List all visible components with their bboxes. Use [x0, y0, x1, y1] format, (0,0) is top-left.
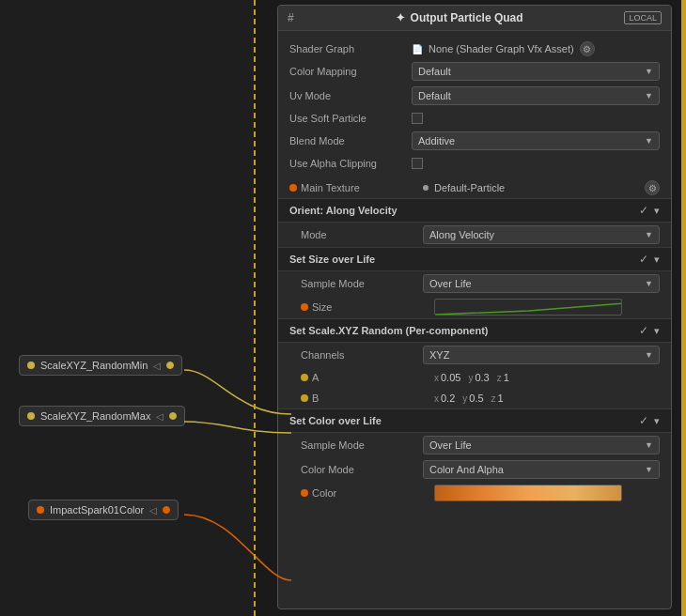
node-scalexyz-randommax[interactable]: ScaleXYZ_RandomMax ◁	[19, 406, 185, 426]
node-output-port[interactable]	[169, 412, 177, 420]
orange-dot-icon	[301, 489, 308, 497]
shader-row: 📄 None (Shader Graph Vfx Asset) ⚙	[412, 41, 595, 56]
scale-section-header[interactable]: Set Scale.XYZ Random (Per-component) ✓ ▾	[278, 318, 671, 343]
node-dot	[27, 412, 35, 420]
channels-label: Channels	[301, 349, 423, 361]
blend-mode-dropdown[interactable]: Additive ▼	[412, 131, 660, 150]
scale-section-title: Set Scale.XYZ Random (Per-component)	[289, 325, 488, 336]
uv-mode-label: Uv Mode	[289, 90, 412, 101]
hash-icon: #	[288, 11, 294, 24]
blend-mode-value-area: Additive ▼	[412, 131, 660, 150]
color-sample-mode-dropdown[interactable]: Over Life ▼	[423, 436, 660, 454]
chevron-down-icon: ▾	[654, 415, 660, 427]
orient-section-header[interactable]: Orient: Along Velocity ✓ ▾	[278, 198, 671, 223]
color-gradient-widget[interactable]	[434, 485, 622, 501]
node-output-port[interactable]	[166, 362, 174, 369]
shader-graph-label: Shader Graph	[289, 43, 412, 54]
size-sample-mode-label: Sample Mode	[301, 278, 423, 289]
color-mode-option: Color And Alpha	[429, 464, 504, 475]
use-alpha-clipping-row: Use Alpha Clipping	[278, 153, 671, 174]
size-section-title: Set Size over Life	[289, 254, 375, 265]
color-section-header[interactable]: Set Color over Life ✓ ▾	[278, 408, 671, 433]
blend-mode-label: Blend Mode	[289, 135, 412, 146]
scale-b-label: B	[312, 393, 434, 404]
z-axis-label: z	[491, 393, 496, 404]
orient-mode-value-area: Along Velocity ▼	[423, 225, 660, 244]
texture-gear-button[interactable]: ⚙	[645, 180, 660, 195]
orient-mode-dropdown[interactable]: Along Velocity ▼	[423, 225, 660, 244]
color-mapping-value-area: Default ▼	[412, 62, 660, 81]
z-axis-label: z	[497, 373, 502, 383]
uv-mode-row: Uv Mode Default ▼	[278, 84, 671, 108]
color-mode-label: Color Mode	[301, 464, 423, 475]
node-dot	[27, 362, 35, 369]
panel-content: Shader Graph 📄 None (Shader Graph Vfx As…	[278, 31, 671, 604]
scale-b-y-value[interactable]: 0.5	[469, 393, 483, 404]
yellow-dot-icon	[301, 394, 308, 402]
shader-graph-row: Shader Graph 📄 None (Shader Graph Vfx As…	[278, 38, 671, 59]
color-mode-value-area: Color And Alpha ▼	[423, 460, 660, 479]
color-label: Color	[312, 487, 434, 499]
size-sample-mode-dropdown[interactable]: Over Life ▼	[423, 274, 660, 293]
use-alpha-clipping-label: Use Alpha Clipping	[289, 158, 412, 169]
scale-a-z-value[interactable]: 1	[504, 372, 509, 383]
scale-a-label: A	[312, 372, 434, 383]
scale-b-x-value[interactable]: 0.2	[441, 393, 455, 404]
channels-row: Channels XYZ ▼	[278, 343, 671, 367]
size-sample-mode-row: Sample Mode Over Life ▼	[278, 271, 671, 296]
node-arrow-icon: ◁	[156, 411, 164, 422]
scale-a-values: x 0.05 y 0.3 z 1	[434, 372, 660, 383]
use-soft-particle-label: Use Soft Particle	[289, 113, 412, 124]
size-label: Size	[312, 301, 434, 313]
scale-a-row: A x 0.05 y 0.3 z 1	[278, 367, 671, 388]
use-soft-particle-value	[412, 113, 660, 124]
orient-mode-label: Mode	[301, 229, 423, 240]
scale-a-y: y 0.3	[468, 372, 489, 383]
chevron-down-icon: ▼	[645, 440, 653, 450]
color-gradient-area	[434, 485, 660, 501]
color-section-content: Sample Mode Over Life ▼ Color Mode Color…	[278, 433, 671, 504]
chevron-down-icon: ▾	[654, 254, 660, 266]
alpha-clipping-checkbox[interactable]	[412, 158, 423, 169]
check-icon: ✓	[639, 414, 648, 427]
color-mapping-dropdown[interactable]: Default ▼	[412, 62, 660, 81]
channels-dropdown[interactable]: XYZ ▼	[423, 346, 660, 364]
node-output-port[interactable]	[163, 506, 170, 514]
scale-a-x: x 0.05	[434, 372, 460, 383]
dashed-separator	[254, 0, 256, 616]
chevron-down-icon: ▼	[645, 465, 653, 474]
color-section-controls: ✓ ▾	[639, 414, 660, 427]
soft-particle-checkbox[interactable]	[412, 113, 423, 124]
texture-dot-icon	[423, 185, 429, 191]
chevron-down-icon: ▼	[645, 91, 653, 100]
orient-mode-option: Along Velocity	[429, 229, 494, 240]
color-sample-mode-label: Sample Mode	[301, 439, 423, 451]
scale-b-z: z 1	[491, 393, 504, 404]
chevron-down-icon: ▼	[645, 279, 653, 288]
size-curve-widget[interactable]	[434, 299, 622, 316]
panel-header: # ✦ Output Particle Quad LOCAL	[278, 6, 671, 31]
check-icon: ✓	[639, 253, 648, 266]
node-scalexyz-randommin[interactable]: ScaleXYZ_RandomMin ◁	[19, 355, 182, 376]
main-texture-value-area: Default-Particle ⚙	[423, 180, 660, 195]
scale-b-z-value[interactable]: 1	[498, 393, 504, 404]
main-texture-label: Main Texture	[301, 182, 423, 193]
color-mapping-label: Color Mapping	[289, 66, 412, 77]
orange-dot-icon	[301, 303, 308, 311]
shader-gear-button[interactable]: ⚙	[580, 41, 595, 56]
use-soft-particle-row: Use Soft Particle	[278, 108, 671, 129]
color-mode-dropdown[interactable]: Color And Alpha ▼	[423, 460, 660, 479]
node-impactspark01color[interactable]: ImpactSpark01Color ◁	[28, 500, 179, 520]
main-texture-value: Default-Particle	[434, 182, 505, 193]
blend-mode-row: Blend Mode Additive ▼	[278, 129, 671, 153]
size-section-header[interactable]: Set Size over Life ✓ ▾	[278, 247, 671, 271]
scale-a-x-value[interactable]: 0.05	[441, 372, 460, 383]
size-sample-mode-option: Over Life	[429, 278, 472, 289]
x-axis-label: x	[434, 373, 439, 383]
color-mode-row: Color Mode Color And Alpha ▼	[278, 457, 671, 482]
scale-a-y-value[interactable]: 0.3	[475, 372, 489, 383]
blend-mode-option: Additive	[418, 135, 455, 146]
main-texture-row: Main Texture Default-Particle ⚙	[278, 177, 671, 198]
x-axis-label: x	[434, 393, 439, 404]
uv-mode-dropdown[interactable]: Default ▼	[412, 86, 660, 105]
